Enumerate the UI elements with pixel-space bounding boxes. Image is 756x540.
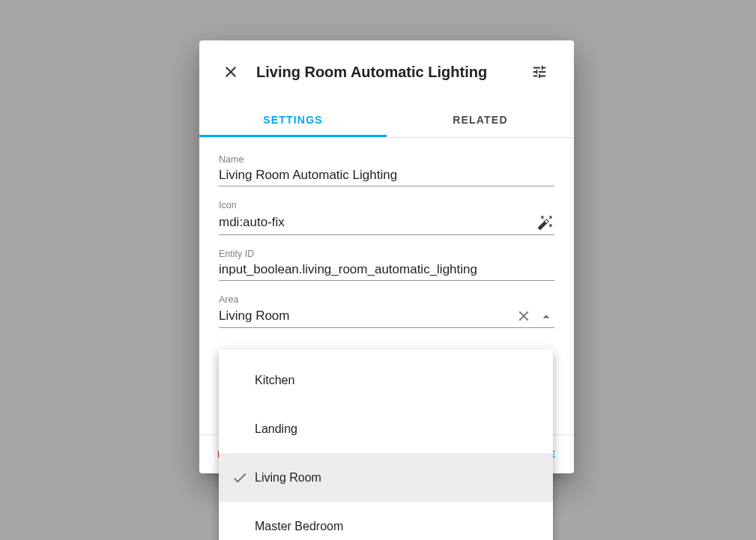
auto-fix-icon xyxy=(536,213,554,231)
name-input[interactable]: Living Room Automatic Lighting xyxy=(219,168,554,183)
entity-id-label: Entity ID xyxy=(219,249,554,259)
entity-id-input[interactable]: input_boolean.living_room_automatic_ligh… xyxy=(219,262,554,277)
tab-settings[interactable]: SETTINGS xyxy=(199,103,387,137)
icon-input[interactable]: mdi:auto-fix xyxy=(219,215,536,230)
entity-settings-dialog: Living Room Automatic Lighting SETTINGS … xyxy=(199,40,574,473)
area-option-kitchen[interactable]: Kitchen xyxy=(219,356,553,404)
area-option-master-bedroom[interactable]: Master Bedroom xyxy=(219,502,553,540)
tune-icon xyxy=(531,64,548,80)
check-icon xyxy=(231,469,249,487)
area-option-label: Landing xyxy=(255,422,297,436)
dialog-header: Living Room Automatic Lighting xyxy=(199,40,574,103)
tab-related[interactable]: RELATED xyxy=(387,103,574,137)
entity-id-field: Entity ID input_boolean.living_room_auto… xyxy=(219,249,554,281)
icon-field: Icon mdi:auto-fix xyxy=(219,200,554,235)
name-field: Name Living Room Automatic Lighting xyxy=(219,154,554,186)
tabs: SETTINGS RELATED xyxy=(199,103,574,138)
area-input[interactable]: Living Room xyxy=(219,309,509,324)
area-dropdown-toggle[interactable] xyxy=(538,308,554,324)
area-label: Area xyxy=(219,294,554,305)
area-dropdown-menu: Kitchen Landing Living Room Master Bedro… xyxy=(219,350,553,540)
menu-up-icon xyxy=(538,308,554,324)
close-icon xyxy=(515,308,532,324)
options-button[interactable] xyxy=(523,55,556,88)
icon-label: Icon xyxy=(219,200,554,210)
area-option-label: Kitchen xyxy=(255,374,294,387)
name-label: Name xyxy=(219,154,554,165)
area-option-landing[interactable]: Landing xyxy=(219,404,553,453)
area-option-label: Living Room xyxy=(255,471,321,485)
clear-area-button[interactable] xyxy=(515,308,532,324)
dialog-title: Living Room Automatic Lighting xyxy=(247,64,523,81)
area-option-label: Master Bedroom xyxy=(255,520,343,533)
close-icon xyxy=(222,63,240,81)
area-field: Area Living Room xyxy=(219,294,554,328)
area-option-living-room[interactable]: Living Room xyxy=(219,453,553,502)
close-button[interactable] xyxy=(214,55,247,88)
